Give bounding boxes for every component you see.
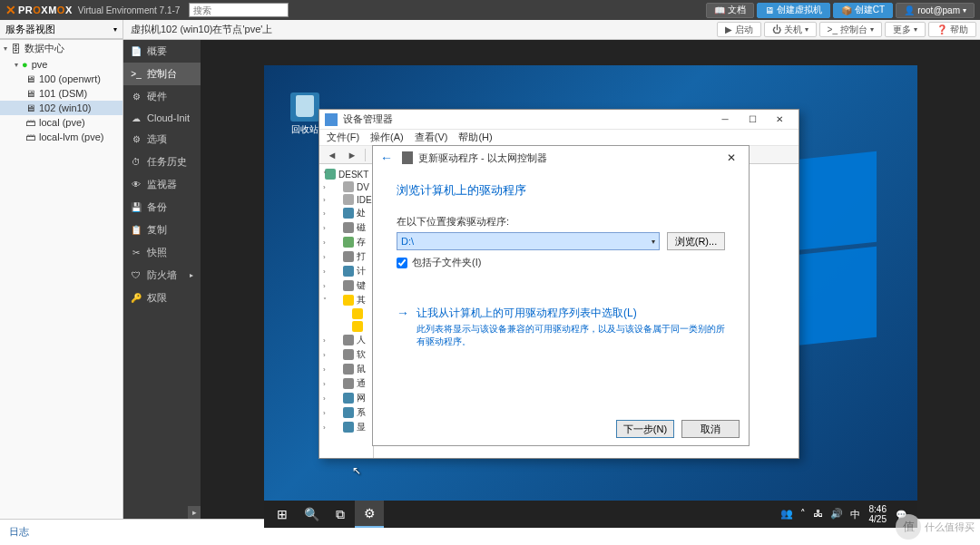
devmgr-icon: [325, 113, 338, 126]
eye-icon: 👁: [131, 180, 142, 190]
menu-options[interactable]: ⚙选项: [123, 128, 201, 151]
more-button[interactable]: 更多▾: [885, 22, 926, 37]
cancel-button[interactable]: 取消: [681, 420, 740, 438]
wizard-close-button[interactable]: ✕: [721, 151, 741, 164]
taskbar-devmgr[interactable]: ⚙: [355, 501, 384, 528]
file-icon: 📄: [131, 46, 142, 56]
tree-node-pve[interactable]: ▾●pve: [0, 57, 122, 72]
play-icon: ▶: [725, 24, 732, 34]
start-button-win[interactable]: ⊞: [268, 501, 297, 528]
device-tree[interactable]: ˅DESKT ›DV ›IDE ›处 ›磁 ›存 ›打 ›计 ›键 ˅其 ›人 …: [319, 164, 374, 458]
user-menu-button[interactable]: 👤root@pam▾: [896, 3, 975, 18]
menu-cloudinit[interactable]: ☁Cloud-Init: [123, 108, 201, 128]
cube-icon: 📦: [841, 5, 852, 15]
menu-firewall[interactable]: 🛡防火墙▸: [123, 264, 201, 287]
update-driver-wizard: ← 更新驱动程序 - 以太网控制器 ✕ 浏览计算机上的驱动程序 在以下位置搜索驱…: [372, 145, 750, 446]
minimize-button[interactable]: ─: [711, 111, 739, 129]
watermark: 值 什么值得买: [896, 514, 975, 540]
task-view-button[interactable]: ⧉: [326, 501, 355, 528]
user-icon: 👤: [904, 5, 915, 15]
tree-storage-locallvm[interactable]: 🗃local-lvm (pve): [0, 130, 122, 144]
devmgr-title: 设备管理器: [343, 112, 393, 126]
menu-action[interactable]: 操作(A): [370, 131, 404, 144]
devmgr-titlebar[interactable]: 设备管理器 ─ ☐ ✕: [319, 110, 799, 130]
menu-help[interactable]: 帮助(H): [458, 131, 492, 144]
menu-hardware[interactable]: ⚙硬件: [123, 85, 201, 108]
view-selector[interactable]: 服务器视图 ▾: [0, 20, 123, 39]
help-button[interactable]: ❓帮助: [928, 22, 976, 37]
menu-replication[interactable]: 📋复制: [123, 219, 201, 241]
help-icon: ❓: [936, 24, 947, 34]
next-button[interactable]: 下一步(N): [616, 420, 674, 438]
save-icon: 💾: [131, 202, 142, 212]
menu-snapshot[interactable]: ✂快照: [123, 241, 201, 264]
vm-icon: 🖥: [25, 73, 35, 84]
windows-desktop: 回收站 设备管理器 ─ ☐ ✕ 文件(F) 操作(A) 查看(V): [264, 65, 917, 528]
cursor-icon: ↖: [352, 464, 361, 477]
chevron-down-icon: ▾: [963, 6, 966, 15]
arrow-right-icon: →: [397, 306, 409, 320]
monitor-icon: 🖥: [765, 5, 774, 15]
taskbar-search[interactable]: 🔍: [297, 501, 326, 528]
tray-network-icon[interactable]: 🖧: [813, 508, 823, 521]
watermark-icon: 值: [896, 514, 921, 540]
menu-monitor[interactable]: 👁监视器: [123, 173, 201, 196]
chip-icon: ⚙: [131, 92, 142, 102]
search-input[interactable]: [189, 3, 289, 17]
chevron-down-icon: ▾: [113, 25, 117, 34]
tree-vm-100[interactable]: 🖥100 (openwrt): [0, 72, 122, 86]
menu-permissions[interactable]: 🔑权限: [123, 287, 201, 309]
topbar: ✕ PROXMOX Virtual Environment 7.1-7 📖文档 …: [0, 0, 980, 20]
nav-forward-button[interactable]: ►: [343, 147, 361, 163]
pick-from-list-link[interactable]: → 让我从计算机上的可用驱动程序列表中选取(L) 此列表将显示与该设备兼容的可用…: [397, 306, 725, 348]
vm-actions: ▶启动 ⏻关机▾ >_控制台▾ 更多▾ ❓帮助: [713, 20, 980, 39]
shutdown-button[interactable]: ⏻关机▾: [764, 22, 817, 37]
copy-icon: 📋: [131, 225, 142, 235]
menu-tasks[interactable]: ⏱任务历史: [123, 151, 201, 173]
driver-path-combo[interactable]: D:\ ▾: [397, 232, 660, 250]
chevron-down-icon: ▾: [652, 238, 655, 246]
view-row: 服务器视图 ▾ 虚拟机102 (win10)在节点'pve'上 ▶启动 ⏻关机▾…: [0, 20, 980, 40]
power-icon: ⏻: [772, 24, 781, 34]
tree-storage-local[interactable]: 🗃local (pve): [0, 115, 122, 130]
create-vm-button[interactable]: 🖥创建虚拟机: [757, 3, 830, 18]
docs-button[interactable]: 📖文档: [706, 3, 754, 18]
driver-icon: [402, 151, 413, 164]
console-button[interactable]: >_控制台▾: [819, 22, 882, 37]
create-ct-button[interactable]: 📦创建CT: [833, 3, 893, 18]
tree-vm-102[interactable]: 🖥102 (win10): [0, 101, 122, 115]
cloud-icon: ☁: [131, 113, 142, 123]
include-subfolders-checkbox[interactable]: 包括子文件夹(I): [397, 256, 725, 269]
tree-datacenter[interactable]: ▾🗄数据中心: [0, 40, 122, 57]
wizard-title: 更新驱动程序 - 以太网控制器: [418, 151, 547, 165]
menu-backup[interactable]: 💾备份: [123, 196, 201, 219]
disk-icon: 🗃: [25, 117, 35, 128]
menu-file[interactable]: 文件(F): [327, 131, 359, 144]
novnc-console[interactable]: 回收站 设备管理器 ─ ☐ ✕ 文件(F) 操作(A) 查看(V): [201, 40, 980, 519]
tray-volume-icon[interactable]: 🔊: [830, 508, 843, 521]
menu-view[interactable]: 查看(V): [415, 131, 448, 144]
menu-summary[interactable]: 📄概要: [123, 40, 201, 63]
browse-button[interactable]: 浏览(R)...: [667, 232, 725, 250]
server-icon: 🗄: [11, 44, 21, 54]
maximize-button[interactable]: ☐: [739, 111, 766, 129]
tray-people-icon[interactable]: 👥: [780, 508, 793, 521]
system-tray[interactable]: 👥 ˄ 🖧 🔊 中: [780, 508, 860, 521]
collapse-button[interactable]: ▸: [188, 506, 201, 519]
tray-up-icon[interactable]: ˄: [800, 508, 806, 521]
location-label: 在以下位置搜索驱动程序:: [397, 215, 725, 229]
tray-ime-icon[interactable]: 中: [850, 508, 860, 521]
nav-back-button[interactable]: ◄: [323, 147, 341, 163]
disk-icon: 🗃: [25, 131, 35, 142]
start-button[interactable]: ▶启动: [717, 22, 761, 37]
wizard-back-button[interactable]: ←: [380, 151, 393, 165]
device-manager-window: 设备管理器 ─ ☐ ✕ 文件(F) 操作(A) 查看(V) 帮助(H) ◄ ►: [318, 109, 799, 459]
taskbar-clock[interactable]: 8:46 4/25: [869, 504, 887, 524]
shield-icon: 🛡: [131, 270, 142, 280]
menu-console[interactable]: >_控制台: [123, 63, 201, 85]
close-button[interactable]: ✕: [766, 111, 793, 129]
tree-vm-101[interactable]: 🖥101 (DSM): [0, 86, 122, 101]
wizard-titlebar: ← 更新驱动程序 - 以太网控制器 ✕: [373, 146, 749, 170]
windows-taskbar: ⊞ 🔍 ⧉ ⚙ 👥 ˄ 🖧 🔊 中 8:46 4/25: [264, 501, 917, 528]
terminal-icon: >_: [131, 69, 142, 79]
